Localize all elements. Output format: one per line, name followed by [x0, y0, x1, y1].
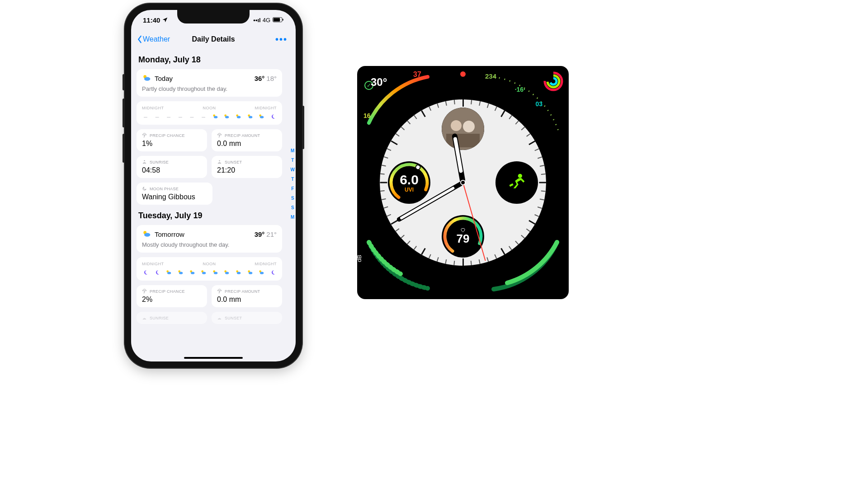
home-indicator[interactable] — [184, 357, 243, 359]
hour-slot — [200, 269, 207, 276]
day-scrubber-item[interactable]: S — [291, 205, 295, 210]
dial-tick — [454, 261, 455, 265]
dial-tick — [391, 141, 397, 145]
more-button[interactable]: ••• — [275, 34, 290, 45]
day-header: Tuesday, July 19 — [138, 211, 280, 221]
day-scrubber-item[interactable]: T — [291, 158, 295, 163]
side-button — [302, 106, 304, 149]
sunrise-card[interactable]: SUNRISE 04:58 — [137, 156, 207, 178]
dial-tick — [396, 133, 400, 136]
uvi-complication[interactable]: 6.0 UVI — [388, 161, 430, 204]
day-scrubber-item[interactable]: M — [291, 215, 295, 220]
photo-complication[interactable] — [442, 108, 484, 150]
card-label: PRECIP AMOUNT — [225, 133, 260, 138]
day-scrubber-item[interactable]: W — [291, 167, 295, 172]
svg-point-32 — [249, 272, 252, 274]
svg-point-42 — [388, 161, 430, 204]
temp-value: 30° — [371, 76, 387, 89]
hour-slot — [189, 269, 196, 276]
sunrise-card[interactable]: SUNRISE — [137, 312, 207, 324]
hour-slot — [212, 269, 219, 276]
precip-chance-card[interactable]: PRECIP CHANCE 2% — [137, 285, 207, 307]
svg-point-37 — [550, 78, 557, 84]
hour-slot — [258, 269, 265, 276]
hour-slot: – — [154, 113, 161, 120]
svg-point-18 — [167, 272, 171, 274]
summary-card[interactable]: Tomorrow 39°21° Mostly cloudy throughout… — [137, 225, 282, 253]
dial-tick — [421, 110, 426, 117]
dial-tick — [528, 220, 535, 225]
dial-tick — [396, 229, 400, 232]
sunrise-icon — [142, 160, 147, 164]
dial-tick — [462, 99, 464, 107]
sunset-card[interactable]: SUNSET 21:20 — [212, 156, 282, 178]
hour-slot — [223, 113, 230, 120]
umbrella-icon — [142, 133, 147, 138]
dial-tick — [521, 127, 525, 130]
partly-cloudy-icon — [142, 74, 151, 83]
hour-slot — [269, 269, 277, 276]
svg-point-4 — [144, 77, 150, 81]
day-scrubber-item[interactable]: T — [291, 177, 295, 182]
card-value: 0.0 mm — [217, 140, 277, 148]
notch — [177, 10, 250, 23]
hourly-row — [142, 269, 277, 276]
svg-point-28 — [225, 272, 229, 274]
precip-amount-card[interactable]: PRECIP AMOUNT 0.0 mm — [212, 129, 282, 151]
scroll-content[interactable]: M T W T F S S M Monday, July 18 Today 36… — [131, 49, 296, 361]
workout-complication[interactable] — [495, 161, 538, 204]
dial-tick — [541, 174, 546, 175]
dial-tick — [384, 206, 388, 209]
dial-tick — [515, 241, 519, 244]
dial-tick — [526, 229, 530, 232]
sunrise-icon — [142, 315, 147, 320]
temp-low: 18° — [266, 75, 277, 82]
svg-point-8 — [225, 116, 229, 118]
card-label: SUNRISE — [150, 316, 169, 320]
dial-tick — [391, 220, 397, 225]
hour-slot: – — [189, 113, 196, 120]
dial-tick — [382, 165, 386, 167]
day-scrubber-item[interactable]: S — [291, 196, 295, 201]
day-scrubber-item[interactable]: F — [291, 186, 295, 191]
hourly-card[interactable]: MIDNIGHT NOON MIDNIGHT — [137, 257, 282, 281]
card-label: SUNSET — [225, 316, 242, 320]
dial-tick — [401, 127, 405, 130]
network-label: 4G — [263, 17, 270, 23]
temp-low: 21° — [266, 230, 277, 238]
dial-tick — [454, 100, 455, 104]
volume-up-button — [123, 99, 125, 127]
svg-point-40 — [463, 121, 475, 132]
iphone-frame: 11:40 ••ıl 4G Weather Daily Details ••• … — [125, 4, 302, 368]
activity-rings-icon[interactable] — [543, 71, 563, 91]
precip-amount-card[interactable]: PRECIP AMOUNT 0.0 mm — [212, 285, 282, 307]
dial-tick — [479, 101, 481, 106]
svg-point-44 — [518, 174, 522, 178]
status-time: 11:40 — [143, 16, 160, 24]
precip-chance-card[interactable]: PRECIP CHANCE 1% — [137, 129, 207, 151]
hour-label: MIDNIGHT — [142, 262, 164, 266]
arc-value: ·16· — [515, 86, 525, 93]
moon-phase-card[interactable]: MOON PHASE Waning Gibbous — [137, 183, 212, 205]
summary-card[interactable]: Today 36°18° Partly cloudy throughout th… — [137, 69, 282, 97]
hourly-card[interactable]: MIDNIGHT NOON MIDNIGHT –––––– — [137, 101, 282, 125]
phone-screen: 11:40 ••ıl 4G Weather Daily Details ••• … — [131, 10, 296, 361]
hour-slot — [235, 269, 242, 276]
card-value: 04:58 — [142, 166, 202, 174]
day-scrubber-item[interactable]: M — [291, 148, 295, 153]
summary-label: Today — [155, 75, 251, 82]
dial-tick — [445, 101, 447, 106]
day-scrubber[interactable]: M T W T F S S M — [291, 148, 295, 220]
dial-tick — [387, 214, 392, 216]
dial-tick — [380, 182, 387, 183]
sunset-card[interactable]: SUNSET — [212, 312, 282, 324]
summary-desc: Mostly cloudy throughout the day. — [142, 241, 277, 248]
card-value: 1% — [142, 140, 202, 148]
temp-scale: 37 — [413, 70, 421, 79]
hour-slot — [177, 269, 184, 276]
back-button[interactable]: Weather — [137, 35, 170, 43]
dial-tick — [515, 121, 519, 124]
dial-center — [460, 180, 466, 185]
dial-tick — [437, 103, 439, 108]
dial-tick — [380, 174, 385, 175]
